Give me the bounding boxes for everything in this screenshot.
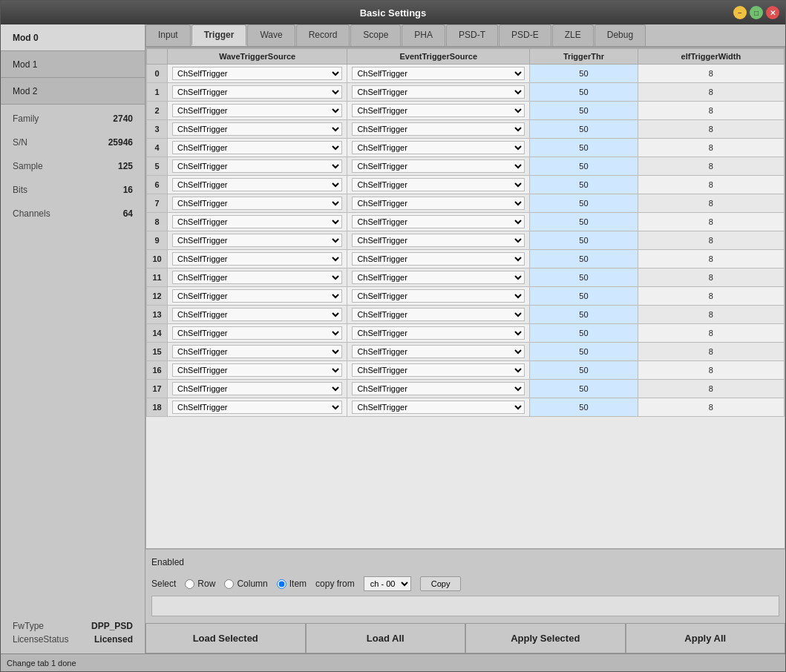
radio-item-label[interactable]: Item <box>289 579 307 589</box>
event-trigger-source-cell[interactable]: ChSelfTrigger <box>347 231 530 250</box>
event-trigger-source-select[interactable]: ChSelfTrigger <box>352 234 525 247</box>
wave-trigger-source-cell[interactable]: ChSelfTrigger <box>168 306 347 324</box>
tab-wave[interactable]: Wave <box>247 24 295 46</box>
maximize-button[interactable]: □ <box>750 6 763 19</box>
radio-column-input[interactable] <box>224 579 234 589</box>
tab-debug[interactable]: Debug <box>595 24 646 46</box>
radio-column-label[interactable]: Column <box>237 579 267 589</box>
wave-trigger-source-select[interactable]: ChSelfTrigger <box>172 85 342 99</box>
wave-trigger-source-cell[interactable]: ChSelfTrigger <box>168 157 347 176</box>
tab-psd-t[interactable]: PSD-T <box>446 24 498 46</box>
event-trigger-source-select[interactable]: ChSelfTrigger <box>352 67 525 80</box>
event-trigger-source-select[interactable]: ChSelfTrigger <box>352 363 525 377</box>
event-trigger-source-cell[interactable]: ChSelfTrigger <box>347 194 530 213</box>
wave-trigger-source-cell[interactable]: ChSelfTrigger <box>168 65 347 83</box>
event-trigger-source-select[interactable]: ChSelfTrigger <box>352 159 525 173</box>
sidebar-item-mod0[interactable]: Mod 0 <box>1 24 145 51</box>
wave-trigger-source-select[interactable]: ChSelfTrigger <box>172 252 342 266</box>
event-trigger-source-select[interactable]: ChSelfTrigger <box>352 271 525 284</box>
wave-trigger-source-select[interactable]: ChSelfTrigger <box>172 289 342 303</box>
event-trigger-source-cell[interactable]: ChSelfTrigger <box>347 324 530 343</box>
copy-button[interactable]: Copy <box>420 576 462 591</box>
event-trigger-source-cell[interactable]: ChSelfTrigger <box>347 343 530 361</box>
load-selected-button[interactable]: Load Selected <box>145 623 306 653</box>
bottom-textarea[interactable] <box>151 596 779 616</box>
event-trigger-source-cell[interactable]: ChSelfTrigger <box>347 157 530 176</box>
wave-trigger-source-cell[interactable]: ChSelfTrigger <box>168 231 347 250</box>
event-trigger-source-cell[interactable]: ChSelfTrigger <box>347 398 530 417</box>
wave-trigger-source-cell[interactable]: ChSelfTrigger <box>168 213 347 231</box>
wave-trigger-source-cell[interactable]: ChSelfTrigger <box>168 176 347 194</box>
wave-trigger-source-select[interactable]: ChSelfTrigger <box>172 382 342 395</box>
event-trigger-source-cell[interactable]: ChSelfTrigger <box>347 380 530 398</box>
event-trigger-source-select[interactable]: ChSelfTrigger <box>352 215 525 228</box>
minimize-button[interactable]: − <box>733 6 747 19</box>
event-trigger-source-select[interactable]: ChSelfTrigger <box>352 122 525 136</box>
event-trigger-source-select[interactable]: ChSelfTrigger <box>352 401 525 414</box>
wave-trigger-source-select[interactable]: ChSelfTrigger <box>172 197 342 210</box>
wave-trigger-source-cell[interactable]: ChSelfTrigger <box>168 269 347 287</box>
wave-trigger-source-select[interactable]: ChSelfTrigger <box>172 141 342 154</box>
wave-trigger-source-cell[interactable]: ChSelfTrigger <box>168 398 347 417</box>
event-trigger-source-cell[interactable]: ChSelfTrigger <box>347 65 530 83</box>
sidebar-item-mod1[interactable]: Mod 1 <box>1 51 145 78</box>
wave-trigger-source-select[interactable]: ChSelfTrigger <box>172 271 342 284</box>
wave-trigger-source-select[interactable]: ChSelfTrigger <box>172 326 342 340</box>
apply-all-button[interactable]: Apply All <box>626 623 786 653</box>
close-button[interactable]: ✕ <box>766 6 779 19</box>
wave-trigger-source-cell[interactable]: ChSelfTrigger <box>168 102 347 120</box>
wave-trigger-source-cell[interactable]: ChSelfTrigger <box>168 194 347 213</box>
event-trigger-source-select[interactable]: ChSelfTrigger <box>352 141 525 154</box>
tab-psd-e[interactable]: PSD-E <box>499 24 551 46</box>
tab-input[interactable]: Input <box>145 24 191 46</box>
wave-trigger-source-select[interactable]: ChSelfTrigger <box>172 215 342 228</box>
wave-trigger-source-select[interactable]: ChSelfTrigger <box>172 401 342 414</box>
wave-trigger-source-select[interactable]: ChSelfTrigger <box>172 363 342 377</box>
sidebar-item-mod2[interactable]: Mod 2 <box>1 78 145 105</box>
wave-trigger-source-select[interactable]: ChSelfTrigger <box>172 345 342 358</box>
load-all-button[interactable]: Load All <box>306 623 466 653</box>
wave-trigger-source-cell[interactable]: ChSelfTrigger <box>168 83 347 102</box>
tab-scope[interactable]: Scope <box>350 24 401 46</box>
event-trigger-source-cell[interactable]: ChSelfTrigger <box>347 139 530 157</box>
tab-zle[interactable]: ZLE <box>552 24 594 46</box>
event-trigger-source-cell[interactable]: ChSelfTrigger <box>347 213 530 231</box>
wave-trigger-source-cell[interactable]: ChSelfTrigger <box>168 361 347 380</box>
tab-trigger[interactable]: Trigger <box>191 24 247 46</box>
wave-trigger-source-select[interactable]: ChSelfTrigger <box>172 122 342 136</box>
event-trigger-source-cell[interactable]: ChSelfTrigger <box>347 176 530 194</box>
event-trigger-source-cell[interactable]: ChSelfTrigger <box>347 83 530 102</box>
event-trigger-source-select[interactable]: ChSelfTrigger <box>352 104 525 117</box>
wave-trigger-source-select[interactable]: ChSelfTrigger <box>172 67 342 80</box>
event-trigger-source-cell[interactable]: ChSelfTrigger <box>347 102 530 120</box>
wave-trigger-source-select[interactable]: ChSelfTrigger <box>172 234 342 247</box>
wave-trigger-source-select[interactable]: ChSelfTrigger <box>172 159 342 173</box>
event-trigger-source-select[interactable]: ChSelfTrigger <box>352 289 525 303</box>
data-table-container[interactable]: WaveTriggerSource EventTriggerSource Tri… <box>145 47 785 549</box>
wave-trigger-source-select[interactable]: ChSelfTrigger <box>172 178 342 191</box>
wave-trigger-source-cell[interactable]: ChSelfTrigger <box>168 250 347 269</box>
wave-trigger-source-cell[interactable]: ChSelfTrigger <box>168 343 347 361</box>
event-trigger-source-cell[interactable]: ChSelfTrigger <box>347 269 530 287</box>
wave-trigger-source-cell[interactable]: ChSelfTrigger <box>168 324 347 343</box>
event-trigger-source-select[interactable]: ChSelfTrigger <box>352 85 525 99</box>
event-trigger-source-cell[interactable]: ChSelfTrigger <box>347 361 530 380</box>
event-trigger-source-cell[interactable]: ChSelfTrigger <box>347 287 530 306</box>
event-trigger-source-select[interactable]: ChSelfTrigger <box>352 308 525 321</box>
wave-trigger-source-select[interactable]: ChSelfTrigger <box>172 104 342 117</box>
event-trigger-source-select[interactable]: ChSelfTrigger <box>352 326 525 340</box>
radio-row-label[interactable]: Row <box>197 579 215 589</box>
radio-item-input[interactable] <box>277 579 286 589</box>
event-trigger-source-select[interactable]: ChSelfTrigger <box>352 252 525 266</box>
event-trigger-source-cell[interactable]: ChSelfTrigger <box>347 306 530 324</box>
tab-pha[interactable]: PHA <box>402 24 445 46</box>
event-trigger-source-cell[interactable]: ChSelfTrigger <box>347 250 530 269</box>
event-trigger-source-select[interactable]: ChSelfTrigger <box>352 345 525 358</box>
wave-trigger-source-select[interactable]: ChSelfTrigger <box>172 308 342 321</box>
wave-trigger-source-cell[interactable]: ChSelfTrigger <box>168 287 347 306</box>
wave-trigger-source-cell[interactable]: ChSelfTrigger <box>168 120 347 139</box>
copy-from-select[interactable]: ch - 00 ch - 01 ch - 02 ch - 03 <box>364 576 411 591</box>
event-trigger-source-select[interactable]: ChSelfTrigger <box>352 178 525 191</box>
wave-trigger-source-cell[interactable]: ChSelfTrigger <box>168 139 347 157</box>
event-trigger-source-select[interactable]: ChSelfTrigger <box>352 382 525 395</box>
